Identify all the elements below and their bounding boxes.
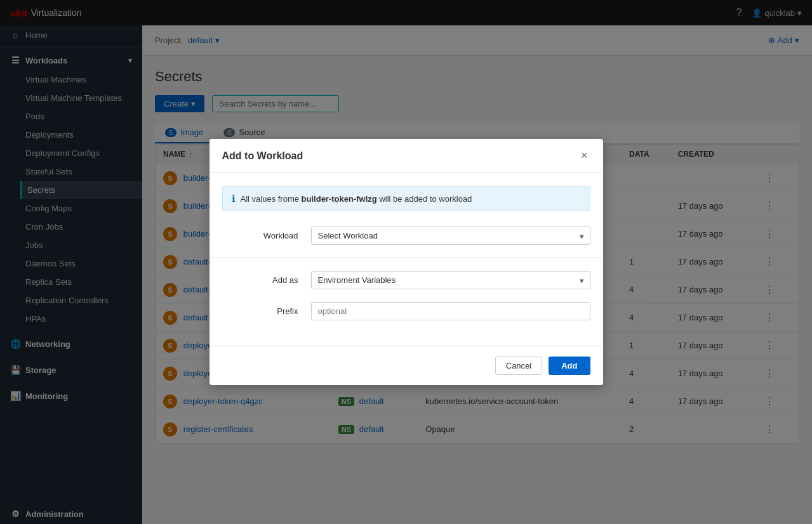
workload-select-wrapper: Select Workload — [311, 226, 590, 245]
modal-body: ℹ All values frome builder-token-fwlzg w… — [210, 173, 603, 346]
info-bold-text: builder-token-fwlzg — [302, 194, 377, 204]
info-text-suffix: will be added to workload — [377, 194, 472, 204]
info-text: All values frome builder-token-fwlzg wil… — [241, 194, 472, 204]
prefix-input[interactable] — [311, 302, 590, 320]
prefix-form-group: Prefix — [222, 302, 590, 320]
add-as-select-wrapper: Enviroment Variables Volume — [311, 271, 590, 289]
info-banner: ℹ All values frome builder-token-fwlzg w… — [222, 186, 590, 211]
add-button[interactable]: Add — [549, 357, 590, 375]
workload-label: Workload — [222, 231, 298, 240]
add-as-select[interactable]: Enviroment Variables Volume — [311, 271, 590, 289]
modal-divider — [210, 258, 603, 258]
workload-form-group: Workload Select Workload — [222, 226, 590, 245]
add-as-form-group: Add as Enviroment Variables Volume — [222, 271, 590, 289]
add-to-workload-modal: Add to Workload × ℹ All values frome bui… — [210, 139, 603, 385]
modal-title: Add to Workload — [222, 150, 303, 162]
modal-overlay[interactable]: Add to Workload × ℹ All values frome bui… — [0, 0, 812, 524]
modal-header: Add to Workload × — [210, 139, 603, 173]
modal-close-button[interactable]: × — [578, 149, 590, 162]
modal-footer: Cancel Add — [210, 346, 603, 385]
prefix-label: Prefix — [222, 306, 298, 316]
info-text-prefix: All values frome — [241, 194, 302, 204]
info-icon: ℹ — [232, 193, 236, 204]
add-as-label: Add as — [222, 275, 298, 285]
cancel-button[interactable]: Cancel — [495, 357, 542, 375]
workload-select[interactable]: Select Workload — [311, 226, 590, 245]
